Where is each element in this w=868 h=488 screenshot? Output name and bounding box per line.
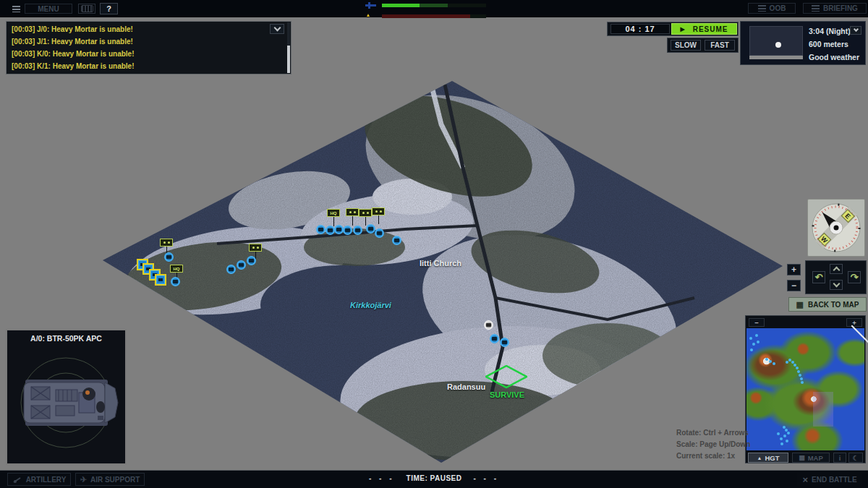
- minimap-terrain[interactable]: [746, 328, 864, 450]
- close-icon: ×: [802, 474, 808, 485]
- zoom-out-button[interactable]: −: [787, 280, 801, 291]
- unit-flag-marker[interactable]: [359, 209, 372, 217]
- weather-value: Good weather: [809, 53, 859, 61]
- minimap-view-region: [813, 392, 833, 427]
- unit-marker[interactable]: [226, 265, 236, 274]
- fast-button-label: FAST: [710, 41, 729, 49]
- visibility-value: 600 meters: [809, 40, 848, 48]
- game-screen: Iitti Church Kirkkojärvi Radansuu SURVIV…: [0, 0, 868, 488]
- menu-button[interactable]: MENU: [25, 4, 72, 14]
- map-button-label: MAP: [808, 454, 823, 462]
- hq-flag-label: HQ: [331, 211, 337, 215]
- grid-icon: ▦: [799, 454, 805, 461]
- help-button-label: ?: [106, 4, 111, 13]
- rotate-left-button[interactable]: ↶: [812, 271, 825, 283]
- unit-flag-marker[interactable]: [160, 239, 173, 247]
- horizon-bar: [749, 56, 803, 59]
- hq-flag-label: HQ: [174, 267, 180, 271]
- grid-icon: ▦: [796, 301, 804, 309]
- unit-flag-marker[interactable]: [346, 208, 359, 216]
- help-line-current-scale: Current scale: 1x: [676, 450, 750, 462]
- minimap-zoom-out-button[interactable]: −: [749, 318, 765, 327]
- time-status-label: TIME: PAUSED: [407, 474, 462, 482]
- hamburger-icon[interactable]: [12, 6, 20, 12]
- battle-map[interactable]: [101, 81, 784, 464]
- briefing-button[interactable]: BRIEFING: [803, 3, 867, 14]
- unit-marker[interactable]: [490, 334, 499, 343]
- minimap-hgt-button[interactable]: ▲ HGT: [748, 453, 788, 463]
- unit-flag-marker[interactable]: [372, 207, 385, 215]
- unit-marker[interactable]: [247, 256, 256, 265]
- unit-marker[interactable]: [171, 277, 180, 286]
- battle-timer-value: 04 : 17: [625, 25, 655, 33]
- briefing-list-icon: [812, 5, 820, 12]
- log-scrollbar[interactable]: [287, 22, 290, 73]
- fast-button[interactable]: FAST: [705, 40, 735, 51]
- mountain-icon: ▲: [757, 455, 762, 461]
- time-status-dashes: - - -: [369, 474, 395, 482]
- time-status-dashes: - - -: [473, 474, 499, 482]
- unit-marker[interactable]: [326, 226, 335, 235]
- minimap-info-button[interactable]: i: [833, 453, 846, 463]
- selected-unit-marker[interactable]: [156, 275, 165, 284]
- hq-flag-marker[interactable]: HQ: [170, 265, 183, 273]
- objective-label: SURVIVE: [479, 390, 535, 399]
- map-label-church: Iitti Church: [420, 259, 461, 267]
- unit-marker[interactable]: [500, 338, 509, 347]
- unit-marker-neutral[interactable]: [484, 320, 493, 330]
- info-icon: i: [839, 454, 841, 462]
- resume-button[interactable]: ▶ RESUME: [671, 23, 737, 35]
- log-message: [00:03] K/0: Heavy Mortar is unable!: [12, 50, 135, 58]
- end-battle-button[interactable]: × END BATTLE: [797, 473, 862, 486]
- hq-flag-marker[interactable]: HQ: [327, 209, 340, 217]
- unit-marker[interactable]: [316, 225, 326, 234]
- minimap-night-button[interactable]: ☾: [848, 453, 863, 463]
- tilt-down-button[interactable]: [830, 280, 843, 290]
- chevron-down-icon: [853, 27, 858, 32]
- enemy-strength-bar: [382, 14, 486, 18]
- unit-marker[interactable]: [392, 236, 401, 245]
- minimap-zoom-in-button[interactable]: +: [846, 318, 862, 327]
- zoom-in-button[interactable]: +: [787, 264, 801, 275]
- resume-button-label: RESUME: [693, 25, 728, 33]
- unit-marker[interactable]: [353, 226, 362, 235]
- conditions-collapse-button[interactable]: [850, 26, 861, 35]
- oob-button[interactable]: OOB: [748, 3, 796, 14]
- unit-marker[interactable]: [375, 228, 384, 238]
- compass-rose[interactable]: E W: [810, 202, 862, 254]
- unit-marker[interactable]: [237, 260, 246, 270]
- unit-flag-symbol: [362, 212, 365, 214]
- unit-flag-marker[interactable]: [249, 244, 262, 252]
- conditions-panel: 3:04 (Night) 600 meters Good weather: [740, 21, 866, 65]
- unit-flag-symbol: [349, 211, 352, 213]
- help-line-scale: Scale: Page Up/Down: [676, 439, 750, 450]
- log-scrollbar-thumb[interactable]: [287, 46, 290, 73]
- minimap-view-line: [851, 325, 868, 345]
- time-of-day: 3:04 (Night): [809, 27, 851, 35]
- unit-marker[interactable]: [343, 226, 352, 235]
- log-message: [00:03] J/1: Heavy Mortar is unable!: [12, 38, 133, 46]
- slow-button[interactable]: SLOW: [671, 40, 701, 51]
- friendly-strength-bar: [382, 4, 486, 7]
- rotate-right-icon: ↷: [851, 272, 859, 283]
- back-to-map-button[interactable]: ▦ BACK TO MAP: [788, 297, 867, 312]
- tilt-up-button[interactable]: [830, 264, 843, 274]
- minimap-panel: − + ▲ HGT ▦ MAP i ☾: [745, 315, 866, 463]
- help-button[interactable]: ?: [100, 3, 118, 14]
- minimap-map-button[interactable]: ▦ MAP: [792, 453, 830, 463]
- minus-icon: −: [791, 281, 796, 291]
- minus-icon: −: [754, 319, 759, 327]
- log-message: [00:03] K/1: Heavy Mortar is unable!: [12, 62, 135, 70]
- night-sky-display: [749, 26, 803, 56]
- rotate-right-button[interactable]: ↷: [848, 271, 861, 283]
- log-collapse-button[interactable]: [270, 24, 284, 34]
- objective-marker[interactable]: [485, 365, 527, 388]
- unit-info-panel: A/0: BTR-50PK APC: [6, 329, 127, 465]
- unit-top-view: [8, 345, 124, 462]
- keyboard-shortcuts-button[interactable]: [78, 4, 95, 14]
- battle-timer: 04 : 17: [610, 24, 670, 34]
- map-help-text: Rotate: Ctrl + Arrows Scale: Page Up/Dow…: [676, 427, 750, 462]
- rotation-pad: ↶ ↷: [805, 260, 867, 294]
- unit-flag-symbol: [163, 241, 166, 244]
- unit-marker[interactable]: [164, 252, 174, 262]
